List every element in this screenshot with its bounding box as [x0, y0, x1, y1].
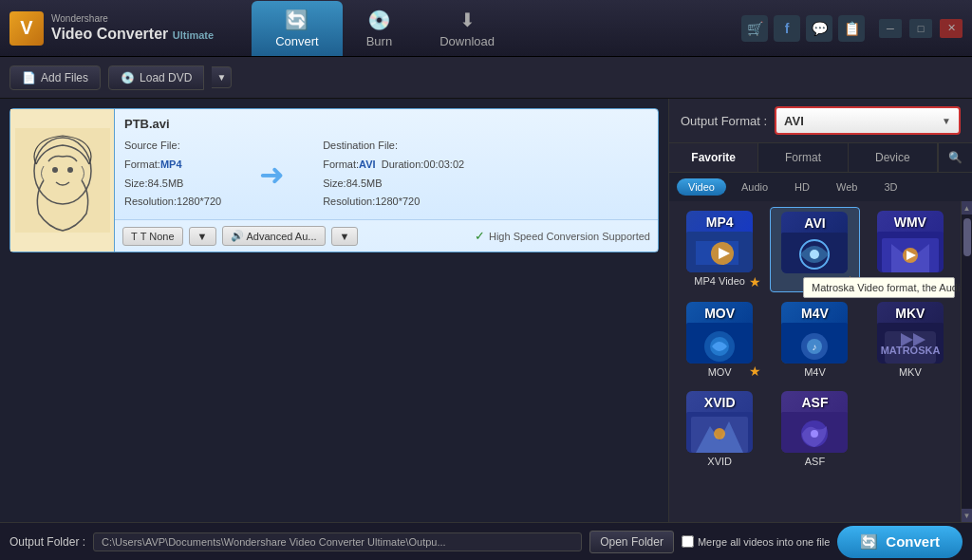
va-tab-video[interactable]: Video	[677, 178, 726, 196]
bottom-bar: Output Folder : C:\Users\AVP\Documents\W…	[0, 522, 972, 560]
product-name: Video Converter Ultimate	[51, 25, 214, 45]
download-tab-icon: ⬇	[459, 9, 476, 31]
m4v-icon-box: M4V ♪	[781, 302, 848, 364]
burn-tab-icon: 💿	[367, 9, 391, 31]
high-speed-badge: ✓ High Speed Conversion Supported	[475, 229, 650, 243]
mov-label: MOV	[686, 306, 753, 321]
tab-format[interactable]: Format	[758, 143, 848, 172]
file-dest-info: Destination File: Format:AVI Duration:00…	[323, 137, 464, 212]
scroll-down-arrow[interactable]: ▼	[962, 509, 973, 522]
svg-text:♪: ♪	[813, 342, 817, 352]
format-item-xvid[interactable]: XVID XVID	[675, 387, 764, 471]
convert-button[interactable]: 🔄 Convert	[837, 526, 963, 558]
add-files-button[interactable]: 📄 Add Files	[9, 65, 101, 90]
mkv-label: MKV	[877, 306, 944, 321]
merge-label: Merge all videos into one file	[698, 536, 830, 548]
wmv-label: WMV	[877, 215, 944, 230]
logo-area: V Wondershare Video Converter Ultimate	[9, 11, 214, 46]
convert-arrow-icon: ➜	[259, 157, 285, 193]
format-item-mov[interactable]: MOV ★ MOV	[675, 298, 764, 382]
format-item-mkv[interactable]: MKV MATROSKA Matroska Vide	[866, 298, 955, 382]
tab-convert[interactable]: 🔄 Convert	[252, 1, 343, 56]
svg-point-12	[810, 250, 819, 259]
output-path[interactable]: C:\Users\AVP\Documents\Wondershare Video…	[93, 532, 582, 551]
topbar-icons: 🛒 f 💬 📋	[741, 15, 865, 42]
file-controls: T T None ▼ 🔊 Advanced Au... ▼ ✓ High Spe…	[115, 219, 658, 252]
main-area: PTB.avi Source File: Format:MP4 Size:84.…	[0, 99, 972, 522]
audio-dropdown[interactable]: ▼	[331, 227, 359, 246]
chat-icon[interactable]: 💬	[806, 15, 832, 42]
avi-label: AVI	[781, 215, 848, 231]
mp4-icon-box: MP4	[686, 211, 753, 272]
svg-text:MATROSKA: MATROSKA	[880, 345, 940, 356]
file-source-info: Source File: Format:MP4 Size:84.5MB Reso…	[124, 137, 221, 212]
nav-tabs: 🔄 Convert 💿 Burn ⬇ Download	[233, 1, 741, 56]
right-panel: Output Format : AVI ▼ Favorite Format De…	[668, 99, 972, 522]
app-logo-icon: V	[9, 11, 44, 46]
clipboard-icon[interactable]: 📋	[838, 15, 865, 42]
dest-size: Size:84.5MB	[323, 175, 464, 194]
tab-device[interactable]: Device	[849, 143, 938, 172]
search-button[interactable]: 🔍	[938, 143, 972, 172]
arrow-area: ➜	[250, 137, 294, 212]
window-controls: ─ □ ✕	[879, 19, 963, 38]
app-title: Wondershare Video Converter Ultimate	[51, 12, 214, 45]
file-info: PTB.avi Source File: Format:MP4 Size:84.…	[115, 109, 658, 219]
thumbnail-image	[15, 128, 110, 233]
minimize-button[interactable]: ─	[879, 19, 902, 38]
facebook-icon[interactable]: f	[774, 15, 800, 42]
open-folder-button[interactable]: Open Folder	[589, 531, 674, 553]
asf-icon-box: ASF	[781, 391, 848, 453]
output-format-label: Output Format :	[681, 114, 767, 128]
maximize-button[interactable]: □	[909, 19, 932, 38]
output-format-header: Output Format : AVI ▼	[669, 99, 972, 143]
source-size: Size:84.5MB	[124, 175, 221, 194]
format-grid: MP4 ★ MP4 Video	[669, 201, 961, 522]
format-item-m4v[interactable]: M4V ♪ M4V	[770, 298, 859, 382]
add-files-icon: 📄	[22, 71, 36, 84]
title-bar: V Wondershare Video Converter Ultimate 🔄…	[0, 0, 972, 57]
va-tab-audio[interactable]: Audio	[730, 178, 779, 196]
svg-point-3	[67, 167, 73, 173]
subtitle-dropdown[interactable]: ▼	[189, 227, 216, 246]
mkv-icon-box: MKV MATROSKA	[877, 302, 944, 364]
xvid-label: XVID	[686, 395, 753, 410]
va-tab-web[interactable]: Web	[825, 178, 869, 196]
subtitle-icon: T	[131, 231, 138, 242]
merge-checkbox[interactable]: Merge all videos into one file	[682, 535, 830, 548]
tab-download[interactable]: ⬇ Download	[416, 1, 518, 56]
format-scrollbar[interactable]: ▲ ▼	[961, 201, 972, 522]
dest-label: Destination File:	[323, 137, 464, 156]
convert-tab-icon: 🔄	[285, 9, 308, 31]
subtitle-button[interactable]: T T None	[122, 227, 183, 246]
file-details-section: PTB.avi Source File: Format:MP4 Size:84.…	[115, 109, 658, 252]
svg-rect-0	[15, 128, 110, 233]
file-thumbnail	[10, 109, 115, 252]
scroll-up-arrow[interactable]: ▲	[962, 201, 973, 215]
load-dvd-button[interactable]: 💿 Load DVD	[108, 65, 204, 90]
svg-point-40	[811, 430, 818, 438]
va-tab-3d[interactable]: 3D	[872, 178, 908, 196]
close-button[interactable]: ✕	[940, 19, 963, 38]
format-selector[interactable]: AVI ▼	[775, 106, 961, 135]
audio-button[interactable]: 🔊 Advanced Au...	[222, 226, 326, 246]
source-resolution: Resolution:1280*720	[124, 193, 221, 212]
tab-favorite[interactable]: Favorite	[669, 143, 758, 172]
va-tab-hd[interactable]: HD	[783, 178, 821, 196]
format-item-mp4[interactable]: MP4 ★ MP4 Video	[675, 207, 764, 292]
avi-icon-box: AVI	[781, 212, 848, 273]
dest-resolution: Resolution:1280*720	[323, 193, 464, 212]
format-item-asf[interactable]: ASF ASF	[770, 387, 859, 471]
current-format: AVI	[784, 114, 804, 128]
scroll-thumb[interactable]	[963, 218, 971, 256]
load-dvd-dropdown[interactable]: ▼	[212, 66, 232, 88]
merge-checkbox-input[interactable]	[682, 535, 694, 548]
tab-burn[interactable]: 💿 Burn	[343, 1, 416, 56]
convert-icon: 🔄	[860, 533, 878, 551]
file-details: Source File: Format:MP4 Size:84.5MB Reso…	[124, 137, 648, 212]
cart-icon[interactable]: 🛒	[741, 15, 768, 42]
file-name: PTB.avi	[124, 117, 648, 131]
asf-label: ASF	[781, 395, 848, 410]
video-audio-tabs: Video Audio HD Web 3D	[669, 173, 972, 201]
source-format: Format:MP4	[124, 156, 221, 175]
